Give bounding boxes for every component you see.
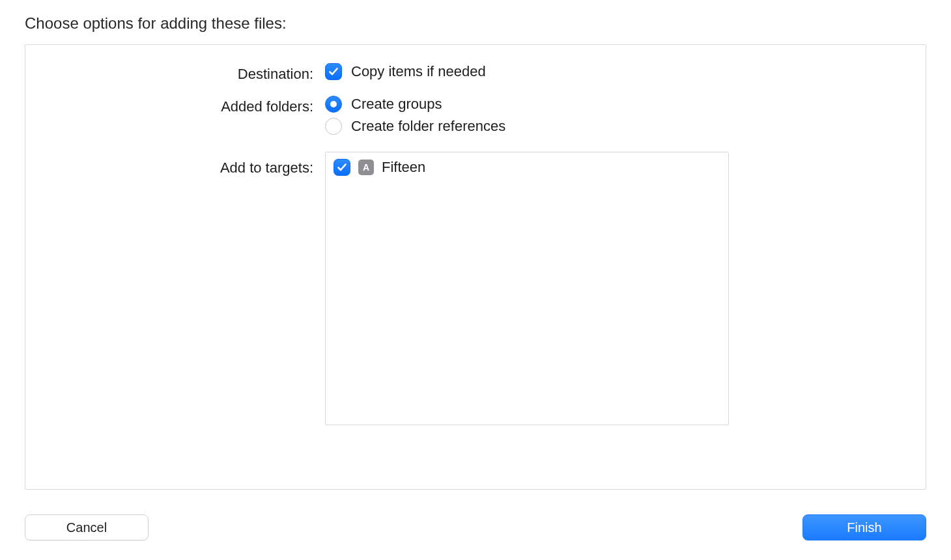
target-row[interactable]: A Fifteen [334, 159, 720, 176]
target-name: Fifteen [382, 159, 425, 176]
add-to-targets-row: Add to targets: A Fifteen [51, 152, 900, 425]
create-groups-option: Create groups [325, 96, 900, 113]
destination-row: Destination: Copy items if needed [51, 63, 900, 85]
added-folders-content: Create groups Create folder references [325, 96, 900, 140]
destination-label: Destination: [51, 63, 325, 83]
create-folder-references-radio[interactable] [325, 118, 342, 135]
added-folders-label: Added folders: [51, 96, 325, 115]
app-icon: A [358, 160, 374, 175]
check-icon [337, 162, 347, 173]
targets-list[interactable]: A Fifteen [325, 152, 729, 425]
finish-button[interactable]: Finish [802, 514, 926, 540]
create-folder-references-option: Create folder references [325, 118, 900, 135]
app-icon-glyph: A [363, 163, 369, 172]
create-groups-radio[interactable] [325, 96, 342, 113]
radio-dot-icon [330, 101, 337, 107]
dialog-footer: Cancel Finish [25, 490, 926, 540]
check-icon [328, 66, 339, 77]
target-checkbox[interactable] [334, 159, 350, 176]
destination-content: Copy items if needed [325, 63, 900, 85]
copy-items-label: Copy items if needed [351, 63, 486, 80]
create-folder-references-label: Create folder references [351, 118, 505, 135]
added-folders-row: Added folders: Create groups Create fold… [51, 96, 900, 140]
copy-items-checkbox[interactable] [325, 63, 342, 80]
cancel-button[interactable]: Cancel [25, 514, 149, 540]
add-files-dialog: Choose options for adding these files: D… [0, 0, 951, 560]
create-groups-label: Create groups [351, 96, 442, 113]
copy-items-option: Copy items if needed [325, 63, 900, 80]
add-to-targets-label: Add to targets: [51, 152, 325, 176]
options-panel: Destination: Copy items if needed Added … [25, 44, 926, 490]
dialog-title: Choose options for adding these files: [25, 14, 926, 33]
add-to-targets-content: A Fifteen [325, 152, 900, 425]
